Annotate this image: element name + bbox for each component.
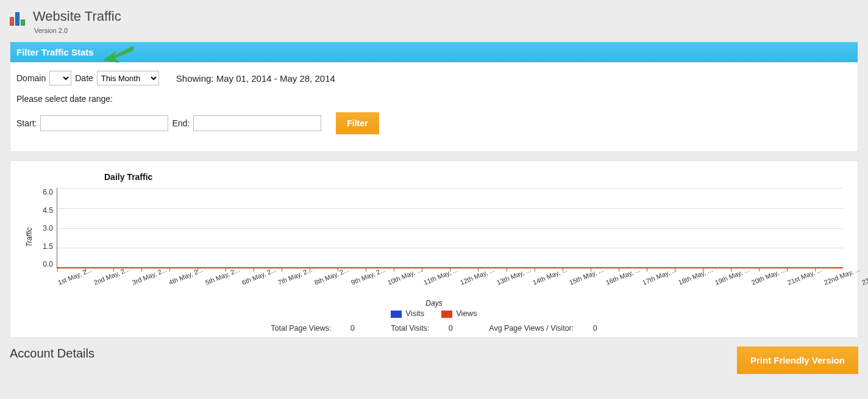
chart-y-axis: 6.04.53.01.50.0 [36,188,57,268]
summary-avg: Avg Page Views / Visitor: 0 [480,324,605,332]
filter-panel: Filter Traffic Stats Domain Date This Mo… [10,41,858,152]
chart-legend: Visits Views [25,309,843,318]
legend-views: Views [441,309,477,318]
chart-plot [57,188,843,268]
page-header: Website Traffic Version 2.0 [10,6,858,41]
bar-chart-icon [10,11,27,26]
y-tick: 4.5 [43,206,53,215]
callout-arrow-icon [103,46,133,70]
y-tick: 1.5 [43,242,53,251]
filter-panel-title: Filter Traffic Stats [16,47,94,57]
summary-total-visits: Total Visits: 0 [382,324,461,332]
y-tick: 6.0 [43,188,53,196]
print-friendly-button[interactable]: Print Friendly Version [737,347,858,374]
summary-total-views: Total Page Views: 0 [262,324,363,332]
showing-label: Showing: May 01, 2014 - May 28, 2014 [176,73,335,84]
svg-marker-0 [103,46,133,63]
square-icon [441,311,452,318]
start-date-input[interactable] [40,115,168,131]
date-label: Date [75,73,93,83]
filter-button[interactable]: Filter [336,112,379,134]
end-date-input[interactable] [193,115,321,131]
date-select[interactable]: This Month [97,71,159,85]
chart-panel: Daily Traffic Traffic 6.04.53.01.50.0 1s… [10,160,858,338]
domain-label: Domain [16,73,46,83]
chart-x-label: Days [25,299,843,307]
square-icon [391,311,402,318]
start-label: Start: [16,118,37,128]
chart-title: Daily Traffic [104,172,843,182]
legend-visits: Visits [391,309,424,318]
end-label: End: [172,118,190,128]
chart-x-axis: 1st May, 2...2nd May, 2...3rd May, 2...4… [57,272,843,279]
filter-panel-header: Filter Traffic Stats [10,42,858,62]
account-details-heading: Account Details [10,347,94,361]
page-version: Version 2.0 [34,27,121,34]
page-title: Website Traffic [33,9,121,24]
x-tick: 23rd May, ... [861,265,868,286]
domain-select[interactable] [49,71,71,85]
chart-summary: Total Page Views: 0 Total Visits: 0 Avg … [25,324,843,332]
footer-row: Account Details Print Friendly Version [10,347,858,374]
chart-y-label: Traffic [25,188,36,268]
range-label: Please select date range: [16,94,113,104]
y-tick: 0.0 [43,260,53,268]
y-tick: 3.0 [43,224,53,232]
